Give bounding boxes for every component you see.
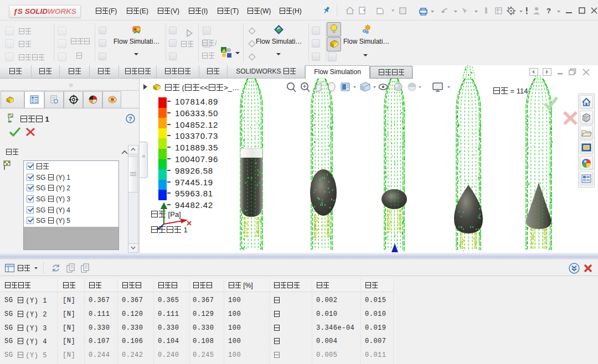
svg-text:?: ? <box>547 7 551 15</box>
svg-text:?: ? <box>128 116 132 122</box>
